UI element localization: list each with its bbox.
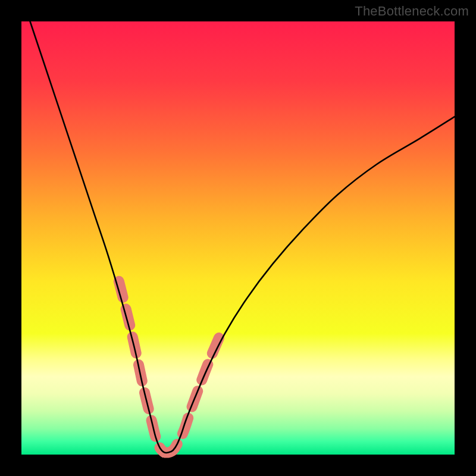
watermark-text: TheBottleneck.com [355,4,469,19]
bottleneck-chart [0,0,476,476]
plot-background [21,21,455,455]
chart-stage: TheBottleneck.com [0,0,476,476]
